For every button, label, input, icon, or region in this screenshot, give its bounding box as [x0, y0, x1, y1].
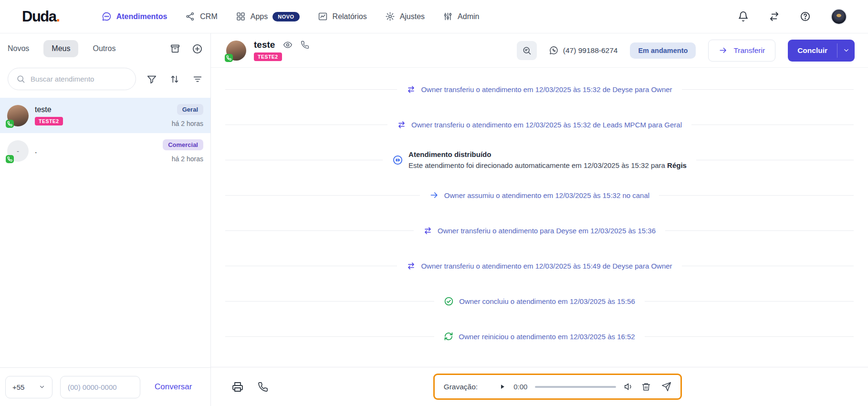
event-divider [225, 160, 383, 160]
system-event: Owner transferiu o atendimento para Deys… [225, 213, 854, 248]
transfer-arrows-icon [423, 226, 432, 235]
conversation-search-button[interactable] [517, 41, 537, 60]
event-text: Owner transferiu o atendimento para Deys… [438, 227, 656, 235]
system-event-distributed: Atendimento distribuído Este atendimento… [225, 142, 854, 177]
nav-item-admin[interactable]: Admin [443, 11, 479, 21]
brand-dot: . [56, 8, 60, 25]
tab-novos[interactable]: Novos [8, 44, 29, 53]
conversation-time: há 2 horas [172, 155, 203, 163]
transfer-label: Transferir [733, 46, 765, 55]
queue-badge: Comercial [163, 139, 203, 150]
arrow-right-icon [429, 190, 439, 200]
chat-panel: teste TESTE2 [211, 33, 868, 406]
nav-item-apps[interactable]: Apps NOVO [236, 11, 300, 21]
printer-icon[interactable] [232, 381, 243, 393]
chat-timeline: Owner transferiu o atendimento em 12/03/… [211, 68, 868, 367]
brand-name: Duda [22, 8, 56, 25]
bell-icon[interactable] [738, 11, 749, 22]
event-text: Owner reiniciou o atendimento em 12/03/2… [459, 333, 635, 341]
main-nav: Atendimentos CRM Apps NOVO Relatórios [102, 11, 480, 21]
system-event: Owner assumiu o atendimento em 12/03/202… [225, 177, 854, 213]
status-badge: Em andamento [630, 42, 696, 59]
reports-chart-icon [318, 11, 328, 21]
check-circle-icon [444, 296, 454, 306]
user-avatar[interactable] [831, 9, 847, 25]
event-divider [645, 301, 854, 302]
conversation-item[interactable]: teste TESTE2 Geral há 2 horas [0, 98, 210, 133]
event-divider [682, 89, 854, 90]
event-divider [659, 195, 854, 196]
conversation-item[interactable]: - . Comercial há 2 horas [0, 133, 210, 168]
event-text: Owner assumiu o atendimento em 12/03/202… [444, 191, 649, 199]
sort-arrows-icon[interactable] [169, 74, 180, 84]
search-input[interactable] [31, 75, 127, 83]
plus-circle-icon[interactable] [192, 43, 203, 54]
volume-icon[interactable] [624, 382, 634, 392]
search-icon [16, 74, 25, 83]
event-text: Owner transferiu o atendimento em 12/03/… [421, 85, 672, 94]
event-text: Owner concluiu o atendimento em 12/03/20… [459, 297, 635, 305]
swap-arrows-icon[interactable] [769, 11, 780, 22]
contact-tag: TESTE2 [254, 52, 282, 61]
nav-label: CRM [200, 12, 217, 21]
recording-label: Gravação: [444, 383, 478, 391]
chevron-down-icon[interactable] [837, 40, 855, 62]
tab-meus[interactable]: Meus [43, 40, 78, 57]
search-box[interactable] [8, 68, 136, 90]
send-icon[interactable] [661, 382, 671, 392]
event-title: Atendimento distribuído [408, 150, 687, 158]
archive-icon[interactable] [170, 43, 180, 54]
start-conversation-button[interactable]: Conversar [155, 382, 192, 392]
whatsapp-badge-icon [6, 120, 14, 128]
navbar-actions [738, 9, 847, 25]
funnel-icon[interactable] [146, 74, 157, 84]
nav-label: Admin [458, 12, 479, 21]
nav-item-ajustes[interactable]: Ajustes [385, 11, 425, 21]
brand-logo[interactable]: Duda. [22, 8, 60, 25]
transfer-arrows-icon [407, 85, 416, 94]
help-icon[interactable] [800, 11, 811, 22]
nav-label: Relatórios [333, 12, 367, 21]
conversation-name: . [35, 146, 37, 155]
event-divider [225, 266, 397, 266]
contact-avatar [7, 105, 29, 126]
filter-lines-icon[interactable] [192, 74, 203, 84]
conclude-button[interactable]: Concluir [788, 40, 855, 62]
event-divider [665, 230, 854, 231]
event-divider [225, 336, 434, 337]
audio-progress-slider[interactable] [535, 386, 616, 388]
nav-item-relatorios[interactable]: Relatórios [318, 11, 367, 21]
nav-item-atendimentos[interactable]: Atendimentos [102, 11, 167, 21]
conversation-tag: TESTE2 [35, 117, 63, 125]
nav-label: Apps [251, 12, 268, 21]
event-divider [696, 160, 854, 160]
sidebar-tabs: Novos Meus Outros [0, 33, 210, 64]
conversations-sidebar: Novos Meus Outros [0, 33, 211, 406]
distribution-icon [392, 155, 403, 166]
phone-number-input[interactable] [60, 376, 140, 398]
sidebar-tab-actions [170, 43, 203, 54]
tab-outros[interactable]: Outros [93, 44, 115, 53]
play-button[interactable] [499, 383, 506, 390]
avatar-initial: - [17, 147, 19, 155]
event-divider [225, 301, 434, 302]
conversation-info: . [35, 146, 37, 155]
nav-item-crm[interactable]: CRM [185, 11, 217, 21]
trash-icon[interactable] [641, 382, 651, 392]
system-event: Owner transferiu o atendimento em 12/03/… [225, 248, 854, 283]
chevron-down-icon [39, 384, 45, 390]
country-code-select[interactable]: +55 [5, 376, 52, 398]
list-filter-actions [146, 74, 203, 84]
event-divider [645, 336, 854, 337]
chat-bubble-icon [102, 11, 112, 21]
phone-icon[interactable] [258, 382, 268, 392]
crm-nodes-icon [185, 11, 195, 21]
phone-icon[interactable] [301, 41, 309, 49]
event-divider [225, 89, 397, 90]
whatsapp-icon [549, 46, 558, 55]
novo-badge: NOVO [272, 12, 299, 21]
transfer-button[interactable]: Transferir [708, 40, 775, 62]
eye-icon[interactable] [283, 40, 293, 50]
event-divider [691, 125, 854, 125]
whatsapp-badge-icon [6, 155, 14, 163]
